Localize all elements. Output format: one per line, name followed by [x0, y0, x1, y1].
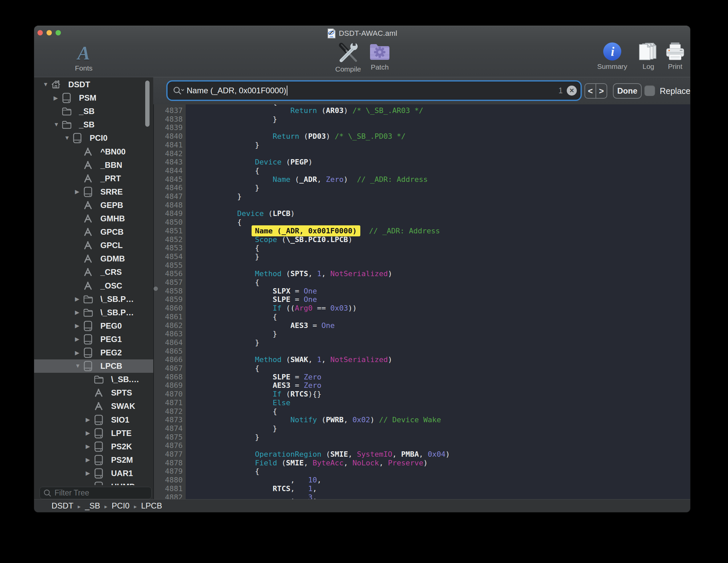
disclosure-closed-icon[interactable]: ▶ [86, 456, 94, 463]
filter-tree-input[interactable]: Filter Tree [39, 487, 152, 499]
tree-item-label: SWAK [111, 402, 135, 411]
disclosure-closed-icon[interactable]: ▶ [75, 336, 83, 343]
clear-search-icon[interactable]: ✕ [567, 86, 577, 96]
disclosure-closed-icon[interactable]: ▶ [86, 430, 94, 437]
tree-item-ps2m[interactable]: ▶PS2M [34, 453, 153, 467]
find-next-button[interactable]: > [596, 84, 607, 98]
toolbar-log-button[interactable]: Log [638, 42, 659, 71]
disclosure-closed-icon[interactable]: ▶ [75, 296, 83, 303]
tree-item-peg2[interactable]: ▶PEG2 [34, 346, 153, 359]
split-handle[interactable] [154, 287, 158, 291]
code-line: } [202, 338, 690, 347]
line-number: 4837 [153, 106, 183, 115]
tree-item-swak[interactable]: SWAK [34, 400, 153, 413]
line-number: 4859 [153, 295, 183, 304]
window-title-area: AML DSDT-AWAC.aml [34, 28, 690, 39]
disclosure-closed-icon[interactable]: ▶ [75, 309, 83, 316]
line-number: 4847 [153, 192, 183, 201]
disclosure-closed-icon[interactable]: ▶ [86, 470, 94, 477]
tree-item-bbn[interactable]: _BBN [34, 158, 153, 172]
tree-item-gpcl[interactable]: GPCL [34, 239, 153, 252]
disclosure-closed-icon[interactable]: ▶ [86, 443, 94, 450]
tree-item-label: \_SB.… [111, 375, 139, 384]
find-previous-button[interactable]: < [585, 84, 596, 98]
disclosure-closed-icon[interactable]: ▶ [75, 188, 83, 195]
toolbar-print-button[interactable]: Print [665, 42, 685, 71]
disclosure-closed-icon[interactable]: ▶ [86, 483, 94, 485]
tree-item-gmhb[interactable]: GMHB [34, 212, 153, 225]
disclosure-open-icon[interactable]: ▼ [75, 363, 83, 369]
line-number: 4851 [153, 227, 183, 235]
tree-item-gepb[interactable]: GEPB [34, 199, 153, 212]
tree-item-crs[interactable]: _CRS [34, 265, 153, 279]
line-number: 4850 [153, 218, 183, 227]
tree-item-sbp[interactable]: ▶\_SB.P… [34, 293, 153, 306]
breadcrumb-item-sb[interactable]: _SB [85, 501, 100, 510]
breadcrumb-item-pci0[interactable]: PCI0 [112, 501, 129, 510]
toolbar-fonts-button[interactable]: A Fonts [75, 43, 93, 72]
sidebar-scrollbar[interactable] [145, 81, 150, 127]
disclosure-closed-icon[interactable]: ▶ [75, 322, 83, 329]
line-number: 4857 [153, 278, 183, 287]
tree-item-srre[interactable]: ▶SRRE [34, 185, 153, 199]
disclosure-open-icon[interactable]: ▼ [64, 135, 72, 141]
search-icon[interactable] [173, 86, 184, 95]
search-input[interactable]: Name (_ADR, 0x001F0000) 1 ✕ [168, 82, 580, 99]
done-button[interactable]: Done [613, 83, 642, 99]
tree-item-sb[interactable]: ▼_SB [34, 118, 153, 131]
tree-item-bn00[interactable]: ^BN00 [34, 145, 153, 158]
tree-item-spts[interactable]: SPTS [34, 386, 153, 400]
replace-checkbox[interactable] [644, 85, 655, 96]
tree-item-gdmb[interactable]: GDMB [34, 252, 153, 265]
tree-item-label: PS2K [111, 442, 132, 451]
app-window: AML DSDT-AWAC.aml A Fonts [34, 26, 690, 512]
code-line: { [202, 313, 690, 321]
tree-item-ps2k[interactable]: ▶PS2K [34, 440, 153, 453]
tree-item-osc[interactable]: _OSC [34, 279, 153, 293]
toolbar-patch-button[interactable]: Patch [369, 42, 391, 71]
disclosure-closed-icon[interactable]: ▶ [86, 416, 94, 423]
tree-item-lpcb[interactable]: ▼LPCB [34, 359, 153, 373]
disclosure-closed-icon[interactable]: ▶ [54, 95, 62, 102]
tree-item-dsdt[interactable]: ▼DSDT [34, 78, 153, 91]
tree-item-gpcb[interactable]: GPCB [34, 225, 153, 239]
tree-item-sb[interactable]: \_SB.… [34, 373, 153, 386]
filter-placeholder: Filter Tree [55, 488, 89, 497]
tree-item-lpte[interactable]: ▶LPTE [34, 427, 153, 440]
tree-item-psm[interactable]: ▶PSM [34, 91, 153, 105]
code-line [202, 347, 690, 356]
tree-item-label: GPCL [100, 241, 123, 250]
tree-item-uar1[interactable]: ▶UAR1 [34, 467, 153, 480]
code-line: Method (SPTS, 1, NotSerialized) [202, 269, 690, 278]
tree-item-prt[interactable]: _PRT [34, 172, 153, 185]
tree-item-peg0[interactable]: ▶PEG0 [34, 319, 153, 333]
toolbar-compile-button[interactable]: Compile [335, 42, 361, 73]
breadcrumb-item-dsdt[interactable]: DSDT [52, 501, 73, 510]
line-number: 4839 [153, 123, 183, 132]
home-icon [51, 79, 61, 90]
tree-item-label: \_SB.P… [100, 295, 134, 304]
disclosure-open-icon[interactable]: ▼ [54, 121, 62, 128]
compile-icon [337, 42, 360, 64]
toolbar-summary-button[interactable]: i Summary [597, 42, 627, 71]
breadcrumb-item-lpcb[interactable]: LPCB [141, 501, 162, 510]
toolbar-fonts-label: Fonts [75, 64, 93, 72]
tree-item-pci0[interactable]: ▼PCI0 [34, 131, 153, 145]
tree-item-label: DSDT [68, 80, 90, 89]
fonts-icon: A [78, 43, 90, 63]
code-editor[interactable]: 4836 {4837 Return (AR03) /* \_SB_.AR03 *… [153, 104, 690, 499]
code-line: Name (_ADR, Zero) // _ADR: Address [202, 175, 690, 184]
line-number: 4865 [153, 347, 183, 356]
disclosure-open-icon[interactable]: ▼ [43, 81, 51, 88]
code-line: Device (PEGP) [202, 158, 690, 166]
disclosure-closed-icon[interactable]: ▶ [75, 349, 83, 356]
tree-item-sb[interactable]: _SB [34, 105, 153, 118]
line-number: 4867 [153, 364, 183, 373]
tree-item-peg1[interactable]: ▶PEG1 [34, 333, 153, 346]
toolbar-summary-label: Summary [597, 63, 627, 71]
method-icon [83, 200, 93, 211]
tree-item-humd[interactable]: ▶HUMD [34, 480, 153, 485]
tree-item-sio1[interactable]: ▶SIO1 [34, 413, 153, 427]
line-number: 4880 [153, 476, 183, 484]
tree-item-sbp[interactable]: ▶\_SB.P… [34, 306, 153, 319]
